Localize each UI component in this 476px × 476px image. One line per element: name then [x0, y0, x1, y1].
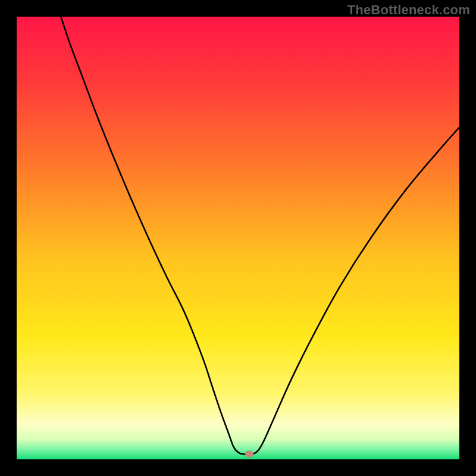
plot-area — [17, 17, 459, 459]
chart-container: TheBottleneck.com — [0, 0, 476, 476]
curve-layer — [17, 17, 459, 459]
watermark-text: TheBottleneck.com — [347, 2, 470, 18]
bottleneck-curve-path — [61, 17, 459, 454]
optimal-marker-icon — [245, 451, 253, 458]
